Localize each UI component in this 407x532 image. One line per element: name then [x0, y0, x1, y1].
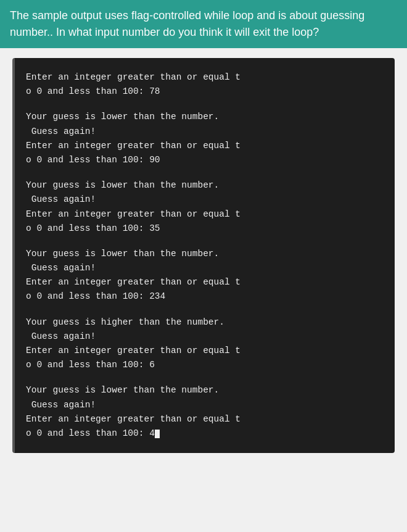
- terminal-line: o 0 and less than 100: 35: [26, 222, 384, 236]
- terminal-line: o 0 and less than 100: 234: [26, 289, 384, 304]
- terminal-block: Your guess is lower than the number. Gue…: [26, 110, 384, 167]
- terminal-line: Your guess is lower than the number.: [26, 247, 384, 261]
- terminal-line: Enter an integer greater than or equal t: [26, 412, 384, 426]
- terminal-line: Guess again!: [26, 330, 384, 344]
- terminal-line: Enter an integer greater than or equal t: [26, 275, 384, 289]
- terminal-line: Guess again!: [26, 193, 384, 207]
- terminal-line: o 0 and less than 100: 90: [26, 153, 384, 167]
- terminal-line: Enter an integer greater than or equal t: [26, 207, 384, 222]
- terminal-line: Your guess is lower than the number.: [26, 383, 384, 397]
- terminal-cursor: [155, 430, 160, 438]
- terminal-block: Enter an integer greater than or equal t…: [26, 70, 384, 99]
- terminal-container: Enter an integer greater than or equal t…: [12, 58, 395, 453]
- terminal-block: Your guess is higher than the number. Gu…: [26, 315, 384, 373]
- terminal-block: Your guess is lower than the number. Gue…: [26, 383, 384, 441]
- terminal-line: Your guess is higher than the number.: [26, 315, 384, 330]
- header-banner: The sample output uses flag-controlled w…: [0, 0, 407, 48]
- terminal-line: Your guess is lower than the number.: [26, 178, 384, 193]
- terminal-line: Guess again!: [26, 261, 384, 275]
- terminal-block: Your guess is lower than the number. Gue…: [26, 247, 384, 304]
- header-text: The sample output uses flag-controlled w…: [10, 9, 364, 38]
- terminal-block: Your guess is lower than the number. Gue…: [26, 178, 384, 236]
- terminal-line: Guess again!: [26, 398, 384, 412]
- terminal-line: Guess again!: [26, 125, 384, 139]
- terminal-line: Your guess is lower than the number.: [26, 110, 384, 124]
- terminal-line: Enter an integer greater than or equal t: [26, 70, 384, 85]
- terminal-line: Enter an integer greater than or equal t: [26, 344, 384, 358]
- terminal-line: o 0 and less than 100: 78: [26, 85, 384, 99]
- terminal-line: o 0 and less than 100: 4: [26, 426, 384, 441]
- terminal-line: Enter an integer greater than or equal t: [26, 139, 384, 153]
- terminal-line: o 0 and less than 100: 6: [26, 358, 384, 372]
